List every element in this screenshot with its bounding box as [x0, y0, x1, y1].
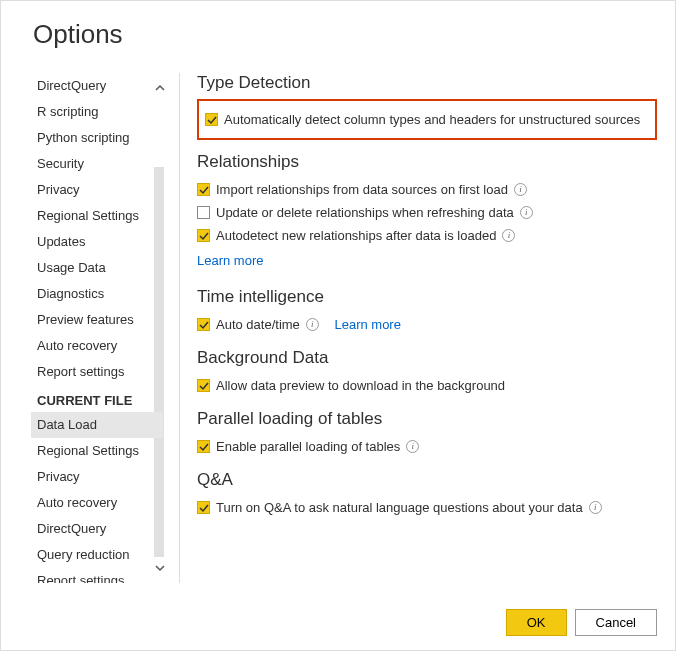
info-icon[interactable]: i: [589, 501, 602, 514]
section-time-intelligence: Time intelligence: [197, 287, 657, 307]
checkbox-label: Update or delete relationships when refr…: [216, 204, 514, 221]
checkbox-label: Autodetect new relationships after data …: [216, 227, 496, 244]
section-relationships: Relationships: [197, 152, 657, 172]
sidebar-item-usage-data[interactable]: Usage Data: [31, 255, 163, 281]
info-icon[interactable]: i: [520, 206, 533, 219]
checkbox-type-detection[interactable]: [205, 113, 218, 126]
checkbox-auto-datetime[interactable]: [197, 318, 210, 331]
sidebar: DirectQuery R scripting Python scripting…: [31, 73, 163, 583]
sidebar-item-report-settings-2[interactable]: Report settings: [31, 568, 163, 583]
checkbox-label: Automatically detect column types and he…: [224, 111, 640, 128]
sidebar-item-security[interactable]: Security: [31, 151, 163, 177]
sidebar-item-auto-recovery[interactable]: Auto recovery: [31, 333, 163, 359]
checkbox-update-rel[interactable]: [197, 206, 210, 219]
ok-button[interactable]: OK: [506, 609, 567, 636]
sidebar-item-auto-recovery-2[interactable]: Auto recovery: [31, 490, 163, 516]
checkbox-label: Import relationships from data sources o…: [216, 181, 508, 198]
section-qa: Q&A: [197, 470, 657, 490]
info-icon[interactable]: i: [502, 229, 515, 242]
sidebar-header-current-file: CURRENT FILE: [31, 385, 163, 412]
sidebar-item-directquery[interactable]: DirectQuery: [31, 73, 163, 99]
section-parallel-loading: Parallel loading of tables: [197, 409, 657, 429]
cancel-button[interactable]: Cancel: [575, 609, 657, 636]
sidebar-item-preview-features[interactable]: Preview features: [31, 307, 163, 333]
sidebar-item-regional-settings-2[interactable]: Regional Settings: [31, 438, 163, 464]
link-learn-more-time[interactable]: Learn more: [334, 316, 400, 333]
checkbox-label: Auto date/time: [216, 316, 300, 333]
info-icon[interactable]: i: [406, 440, 419, 453]
sidebar-item-updates[interactable]: Updates: [31, 229, 163, 255]
checkbox-parallel-loading[interactable]: [197, 440, 210, 453]
checkbox-label: Turn on Q&A to ask natural language ques…: [216, 499, 583, 516]
section-background-data: Background Data: [197, 348, 657, 368]
sidebar-item-data-load[interactable]: Data Load: [31, 412, 163, 438]
checkbox-label: Allow data preview to download in the ba…: [216, 377, 505, 394]
sidebar-item-query-reduction[interactable]: Query reduction: [31, 542, 163, 568]
sidebar-item-privacy[interactable]: Privacy: [31, 177, 163, 203]
highlight-box: Automatically detect column types and he…: [197, 99, 657, 140]
footer: OK Cancel: [506, 609, 657, 636]
checkbox-label: Enable parallel loading of tables: [216, 438, 400, 455]
sidebar-item-privacy-2[interactable]: Privacy: [31, 464, 163, 490]
checkbox-import-rel[interactable]: [197, 183, 210, 196]
sidebar-item-directquery-2[interactable]: DirectQuery: [31, 516, 163, 542]
checkbox-qa[interactable]: [197, 501, 210, 514]
checkbox-autodetect-rel[interactable]: [197, 229, 210, 242]
info-icon[interactable]: i: [514, 183, 527, 196]
sidebar-item-python-scripting[interactable]: Python scripting: [31, 125, 163, 151]
link-learn-more-rel[interactable]: Learn more: [197, 253, 263, 268]
section-type-detection: Type Detection: [197, 73, 657, 93]
dialog-title: Options: [33, 19, 123, 50]
sidebar-item-r-scripting[interactable]: R scripting: [31, 99, 163, 125]
info-icon[interactable]: i: [306, 318, 319, 331]
checkbox-bg-data[interactable]: [197, 379, 210, 392]
sidebar-item-diagnostics[interactable]: Diagnostics: [31, 281, 163, 307]
divider: [179, 73, 180, 583]
sidebar-item-regional-settings[interactable]: Regional Settings: [31, 203, 163, 229]
sidebar-item-report-settings[interactable]: Report settings: [31, 359, 163, 385]
content-pane: Type Detection Automatically detect colu…: [197, 73, 657, 519]
